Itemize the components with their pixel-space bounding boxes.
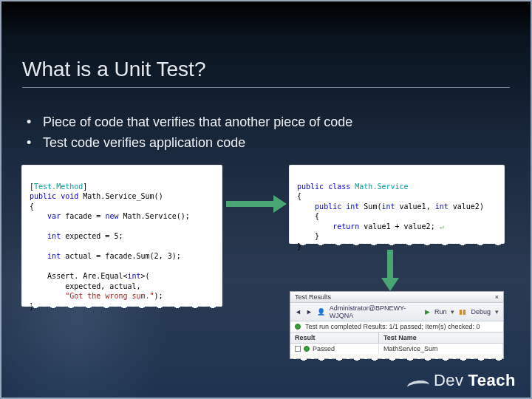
user-icon: 👤	[317, 308, 325, 316]
code-keyword: var	[47, 212, 61, 220]
debug-label: Debug	[471, 308, 491, 316]
test-results-titlebar: Test Results ×	[290, 292, 503, 303]
test-results-toolbar: ◄ ► 👤 Administrator@BPNEWY-WJQNA ▶ Run ▾…	[290, 303, 503, 321]
bullet-list: Piece of code that verifies that another…	[22, 112, 510, 154]
code-text: );	[154, 292, 163, 300]
success-icon	[295, 324, 301, 330]
column-test-name: Test Name	[379, 332, 503, 343]
devteach-logo: DevTeach	[407, 371, 516, 390]
code-text: {	[30, 202, 34, 211]
code-text: >(	[141, 272, 150, 280]
code-attribute: Test.Method	[34, 183, 83, 191]
code-text: Assert. Are.Equal<	[47, 272, 127, 280]
test-results-panel: Test Results × ◄ ► 👤 Administrator@BPNEW…	[290, 291, 504, 359]
column-result: Result	[290, 332, 379, 343]
summary-text: Test run completed Results: 1/1 passed; …	[305, 323, 480, 330]
code-text: {	[297, 192, 301, 200]
arrow-right-icon	[226, 198, 285, 210]
code-text: }	[297, 232, 319, 240]
nav-fwd-icon: ►	[306, 308, 313, 316]
code-keyword: int	[47, 232, 61, 240]
cell-test-name: MathService_Sum	[379, 344, 503, 354]
code-text: expected = 5;	[61, 232, 123, 240]
code-keyword: public	[315, 202, 341, 211]
code-text: value2)	[449, 202, 484, 211]
code-text: ]	[83, 183, 87, 191]
code-text: Sum(	[364, 202, 381, 211]
slide-title: What is a Unit Test?	[22, 58, 510, 81]
code-classname: Math.Service	[355, 183, 408, 191]
nav-back-icon: ◄	[295, 308, 301, 316]
checkbox-icon	[295, 346, 301, 352]
logo-swoosh-icon	[406, 379, 429, 390]
code-text: }	[30, 302, 34, 310]
code-keyword: void	[61, 192, 78, 200]
code-text: expected, actual,	[30, 282, 141, 290]
app-code-snippet: public class Math.Service { public int S…	[290, 166, 504, 243]
code-keyword: int	[47, 252, 61, 260]
code-keyword: int	[435, 202, 449, 211]
test-results-summary: Test run completed Results: 1/1 passed; …	[290, 321, 503, 332]
close-icon: ×	[495, 293, 499, 301]
run-play-icon: ▶	[425, 308, 430, 316]
code-text: value1 + value2;	[359, 222, 434, 231]
test-results-title: Test Results	[295, 293, 331, 301]
test-results-header-row: Result Test Name	[290, 332, 503, 344]
code-text: Math.Service();	[118, 212, 189, 220]
test-results-row: Passed MathService_Sum	[290, 344, 503, 354]
code-keyword: int	[127, 272, 140, 280]
paragraph-mark-icon: ↵	[435, 222, 444, 231]
logo-teach: Teach	[468, 371, 516, 390]
cell-result: Passed	[313, 345, 335, 352]
code-keyword: int	[381, 202, 395, 211]
code-keyword: public	[30, 192, 56, 200]
pass-icon	[304, 346, 310, 352]
logo-dev: Dev	[434, 371, 464, 390]
code-keyword: public	[297, 183, 324, 191]
code-text: actual = facade.Sum(2, 3);	[61, 252, 181, 260]
user-host-label: Administrator@BPNEWY-WJQNA	[330, 304, 420, 319]
title-container: What is a Unit Test?	[22, 58, 510, 88]
code-text: {	[297, 212, 319, 220]
test-code-snippet: [Test.Method] public void Math.Service_S…	[22, 166, 222, 306]
arrow-down-icon	[384, 250, 396, 290]
code-keyword: int	[346, 202, 359, 211]
run-label: Run	[434, 308, 447, 316]
code-keyword: return	[332, 222, 359, 231]
code-keyword: class	[328, 183, 350, 191]
debug-icon: ▮▮	[459, 308, 466, 316]
bullet-item: Test code verifies application code	[22, 133, 510, 152]
code-text: value1,	[395, 202, 435, 211]
code-string: "Got the wrong sum."	[30, 292, 154, 300]
code-text: facade =	[61, 212, 105, 220]
code-text: }	[297, 242, 301, 250]
code-text: Math.Service_Sum()	[83, 192, 163, 200]
bullet-item: Piece of code that verifies that another…	[22, 112, 510, 132]
code-keyword: new	[105, 212, 118, 220]
